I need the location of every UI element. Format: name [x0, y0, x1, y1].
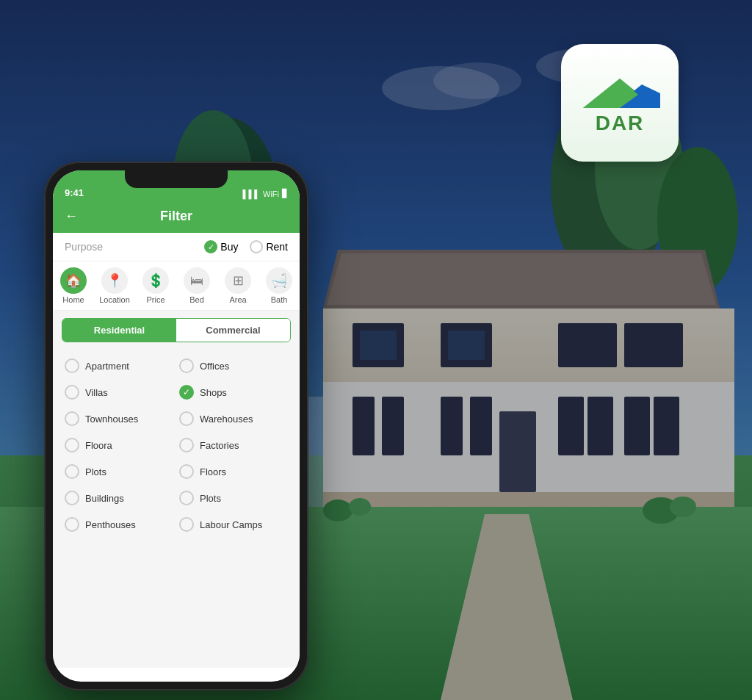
phone-device: 9:41 ▌▌▌ WiFi ▊ ← Filter Purpose [44, 162, 308, 690]
floors-checkbox[interactable] [179, 464, 194, 479]
nav-tab-location[interactable]: 📍 Location [94, 267, 135, 304]
bed-icon: 🛏 [184, 267, 210, 294]
list-item[interactable]: Floora [62, 432, 176, 458]
app-body[interactable]: Purpose ✓ Buy Rent [53, 233, 300, 668]
nav-tab-area[interactable]: ⊞ Area [217, 267, 258, 304]
nav-price-label: Price [146, 295, 164, 304]
list-item[interactable]: Apartment [62, 353, 176, 379]
app-header: ← Filter [53, 203, 300, 233]
signal-icon: ▌▌▌ [243, 190, 260, 198]
list-item[interactable]: Buildings [62, 485, 176, 511]
rent-option[interactable]: Rent [250, 240, 288, 253]
dar-logo: DAR [561, 44, 679, 162]
nav-tab-price[interactable]: 💲 Price [135, 267, 176, 304]
commercial-tab[interactable]: Commercial [176, 319, 290, 342]
penthouses-label: Penthouses [85, 519, 136, 530]
nav-tabs: 🏠 Home 📍 Location 💲 Price 🛏 Bed [53, 261, 300, 311]
buy-label: Buy [220, 241, 238, 253]
buy-option[interactable]: ✓ Buy [204, 240, 238, 253]
buildings-checkbox[interactable] [65, 491, 79, 505]
villas-checkbox[interactable] [65, 385, 79, 400]
bath-icon: 🛁 [266, 267, 292, 294]
nav-area-label: Area [229, 295, 246, 304]
back-button[interactable]: ← [65, 209, 78, 224]
apartment-checkbox[interactable] [65, 358, 79, 373]
warehouses-label: Warehouses [200, 414, 253, 425]
list-item[interactable]: Warehouses [176, 405, 291, 432]
property-list: Apartment Offices Villas ✓ Shops [53, 350, 300, 541]
labour-camps-checkbox[interactable] [179, 517, 194, 532]
dar-roof-icon [579, 71, 660, 115]
battery-icon: ▊ [282, 189, 288, 198]
nav-bath-label: Bath [271, 295, 288, 304]
wifi-icon: WiFi [263, 190, 279, 198]
plots2-label: Plots [200, 493, 221, 504]
price-icon: 💲 [142, 267, 169, 294]
plots2-checkbox[interactable] [179, 491, 194, 505]
nav-home-label: Home [62, 295, 84, 304]
villas-label: Villas [85, 387, 108, 398]
status-time: 9:41 [65, 187, 84, 198]
header-title: Filter [160, 209, 192, 224]
shops-label: Shops [200, 387, 227, 398]
buy-radio[interactable]: ✓ [204, 240, 217, 253]
plots-label: Plots [85, 466, 106, 477]
purpose-label: Purpose [65, 241, 103, 253]
townhouses-checkbox[interactable] [65, 411, 79, 426]
rent-radio[interactable] [250, 240, 263, 253]
list-item[interactable]: Penthouses [62, 511, 176, 538]
dar-logo-text: DAR [596, 112, 645, 135]
list-item[interactable]: Factories [176, 432, 291, 458]
shops-checkbox[interactable]: ✓ [179, 385, 194, 400]
purpose-options: ✓ Buy Rent [204, 240, 288, 253]
phone-outer-shell: 9:41 ▌▌▌ WiFi ▊ ← Filter Purpose [44, 162, 308, 690]
area-icon: ⊞ [225, 267, 251, 294]
residential-tab[interactable]: Residential [62, 319, 176, 342]
plots-checkbox[interactable] [65, 464, 79, 479]
warehouses-checkbox[interactable] [179, 411, 194, 426]
floora-label: Floora [85, 440, 112, 451]
floora-checkbox[interactable] [65, 438, 79, 452]
list-item[interactable]: Townhouses [62, 405, 176, 432]
purpose-row: Purpose ✓ Buy Rent [53, 233, 300, 261]
nav-tab-bed[interactable]: 🛏 Bed [176, 267, 217, 304]
list-item[interactable]: Villas [62, 379, 176, 405]
penthouses-checkbox[interactable] [65, 517, 79, 532]
offices-label: Offices [200, 361, 229, 372]
list-item[interactable]: ✓ Shops [176, 379, 291, 405]
floors-label: Floors [200, 466, 226, 477]
factories-checkbox[interactable] [179, 438, 194, 452]
nav-tab-bath[interactable]: 🛁 Bath [258, 267, 300, 304]
rent-label: Rent [266, 241, 288, 253]
phone-screen: 9:41 ▌▌▌ WiFi ▊ ← Filter Purpose [53, 170, 300, 682]
townhouses-label: Townhouses [85, 414, 138, 425]
list-item[interactable]: Offices [176, 353, 291, 379]
list-item[interactable]: Labour Camps [176, 511, 291, 538]
list-item[interactable]: Plots [62, 458, 176, 485]
offices-checkbox[interactable] [179, 358, 194, 373]
nav-tab-home[interactable]: 🏠 Home [53, 267, 94, 304]
list-item[interactable]: Floors [176, 458, 291, 485]
factories-label: Factories [200, 440, 239, 451]
apartment-label: Apartment [85, 361, 129, 372]
home-icon: 🏠 [60, 267, 87, 294]
nav-bed-label: Bed [189, 295, 204, 304]
list-item[interactable]: Plots [176, 485, 291, 511]
location-icon: 📍 [101, 267, 128, 294]
buildings-label: Buildings [85, 493, 124, 504]
labour-camps-label: Labour Camps [200, 519, 262, 530]
category-tabs: Residential Commercial [62, 318, 291, 342]
nav-location-label: Location [99, 295, 130, 304]
status-icons: ▌▌▌ WiFi ▊ [243, 189, 288, 198]
phone-notch [125, 170, 228, 188]
